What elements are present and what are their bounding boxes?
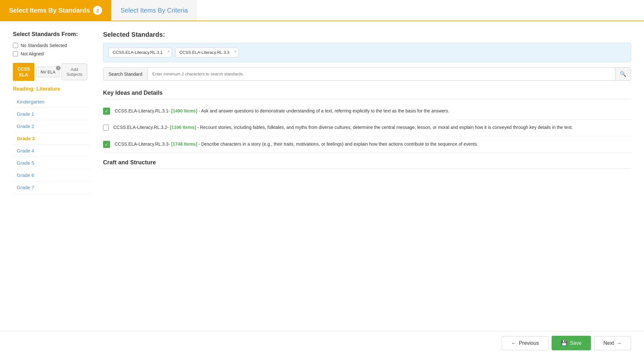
rl31-count: [1490 Items] <box>171 108 197 113</box>
rl31-check[interactable]: ✓ <box>103 108 110 115</box>
rl32-code: CCSS.ELA-Literacy.RL.3.2- <box>113 125 169 130</box>
add-subjects-button[interactable]: AddSubjects <box>62 63 87 80</box>
section-craft: Craft and Structure <box>103 159 631 169</box>
previous-icon: ← <box>511 340 516 346</box>
add-subjects-label: AddSubjects <box>66 67 82 77</box>
save-icon: 💾 <box>561 340 567 346</box>
tag-rl33-label: CCSS.ELA-Literacy.RL.3.3 <box>179 50 229 55</box>
sidebar: Select Standards From: No Standards Sele… <box>13 31 90 321</box>
tag-rl31-close-icon[interactable]: × <box>167 49 170 54</box>
grade-3[interactable]: Grade 3 <box>13 132 90 145</box>
ccss-ela-tab[interactable]: CCSSELA <box>13 63 34 81</box>
no-standards-label: No Standards Selected <box>21 43 67 48</box>
grade-list: Reading: Literature Kindergarten Grade 1… <box>13 86 90 194</box>
grade-5[interactable]: Grade 5 <box>13 157 90 169</box>
section-key-ideas: Key Ideas and Details ✓ CCSS.ELA-Literac… <box>103 90 631 153</box>
not-aligned-row: Not Aligned <box>13 51 90 56</box>
grade-6[interactable]: Grade 6 <box>13 169 90 181</box>
not-aligned-label: Not Aligned <box>21 51 44 56</box>
search-bar: Search Standard 🔍 <box>103 67 631 81</box>
no-standards-row: No Standards Selected <box>13 43 90 48</box>
ccss-ela-label: CCSSELA <box>17 66 30 77</box>
save-label: Save <box>570 340 582 346</box>
tab-standards[interactable]: Select Items By Standards 2 <box>0 0 111 21</box>
category-header: Reading: Literature <box>13 86 90 92</box>
next-label: Next <box>603 340 614 346</box>
search-icon[interactable]: 🔍 <box>615 68 631 80</box>
grade-1[interactable]: Grade 1 <box>13 108 90 120</box>
rl33-description: - Describe characters in a story (e.g., … <box>198 141 478 147</box>
section-key-ideas-heading: Key Ideas and Details <box>103 90 631 99</box>
nv-ela-tab[interactable]: NV ELA × <box>36 67 60 77</box>
panel-title: Selected Standards: <box>103 31 631 38</box>
rl33-code: CCSS.ELA-Literacy.RL.3.3- <box>115 141 170 147</box>
sidebar-title: Select Standards From: <box>13 31 90 38</box>
tab-standards-label: Select Items By Standards <box>9 7 90 14</box>
search-standard-input[interactable] <box>148 68 615 80</box>
rl33-text: CCSS.ELA-Literacy.RL.3.3- [1748 Items] -… <box>115 141 478 148</box>
nv-ela-close-icon[interactable]: × <box>56 66 61 70</box>
search-standard-label[interactable]: Search Standard <box>103 68 148 80</box>
grade-kindergarten[interactable]: Kindergarten <box>13 96 90 108</box>
tab-criteria[interactable]: Select Items By Criteria <box>111 0 197 21</box>
rl31-description: - Ask and answer questions to demonstrat… <box>198 108 449 113</box>
rl33-check[interactable]: ✓ <box>103 141 110 148</box>
rl33-count: [1748 Items] <box>171 141 197 147</box>
tab-standards-badge: 2 <box>93 6 102 15</box>
next-button[interactable]: Next → <box>594 336 631 350</box>
nv-ela-label: NV ELA <box>41 70 55 74</box>
save-button[interactable]: 💾 Save <box>552 336 591 350</box>
rl32-count: [1106 Items] <box>170 125 196 130</box>
rl32-description: - Recount stories, including fables, fol… <box>197 125 573 130</box>
next-icon: → <box>617 340 622 346</box>
tag-rl33: CCSS.ELA-Literacy.RL.3.3 × <box>175 48 239 57</box>
selected-standards-box: CCSS.ELA-Literacy.RL.3.1 × CCSS.ELA-Lite… <box>103 43 631 62</box>
tag-rl31-label: CCSS.ELA-Literacy.RL.3.1 <box>113 50 163 55</box>
subject-tabs: CCSSELA NV ELA × AddSubjects <box>13 63 90 81</box>
rl31-code: CCSS.ELA-Literacy.RL.3.1- <box>115 108 170 113</box>
tab-criteria-label: Select Items By Criteria <box>120 7 188 14</box>
rl32-text: CCSS.ELA-Literacy.RL.3.2- [1106 Items] -… <box>113 124 573 131</box>
grade-4[interactable]: Grade 4 <box>13 145 90 157</box>
rl32-checkbox[interactable] <box>103 125 109 131</box>
tag-rl33-close-icon[interactable]: × <box>234 49 236 54</box>
grade-7[interactable]: Grade 7 <box>13 181 90 194</box>
previous-button[interactable]: ← Previous <box>502 336 548 350</box>
previous-label: Previous <box>519 340 539 346</box>
standard-item-rl31: ✓ CCSS.ELA-Literacy.RL.3.1- [1490 Items]… <box>103 103 631 120</box>
section-craft-heading: Craft and Structure <box>103 159 631 169</box>
rl31-text: CCSS.ELA-Literacy.RL.3.1- [1490 Items] -… <box>115 108 449 114</box>
rl32-check-area <box>103 125 109 131</box>
grade-2[interactable]: Grade 2 <box>13 120 90 132</box>
tag-rl31: CCSS.ELA-Literacy.RL.3.1 × <box>109 48 172 57</box>
not-aligned-checkbox[interactable] <box>13 51 18 56</box>
right-panel: Selected Standards: CCSS.ELA-Literacy.RL… <box>103 31 631 321</box>
tab-bar: Select Items By Standards 2 Select Items… <box>0 0 644 21</box>
main-content: Select Standards From: No Standards Sele… <box>0 21 644 331</box>
footer: ← Previous 💾 Save Next → <box>0 331 644 355</box>
standard-item-rl32: CCSS.ELA-Literacy.RL.3.2- [1106 Items] -… <box>103 120 631 136</box>
no-standards-checkbox[interactable] <box>13 43 18 48</box>
standard-item-rl33: ✓ CCSS.ELA-Literacy.RL.3.3- [1748 Items]… <box>103 136 631 153</box>
